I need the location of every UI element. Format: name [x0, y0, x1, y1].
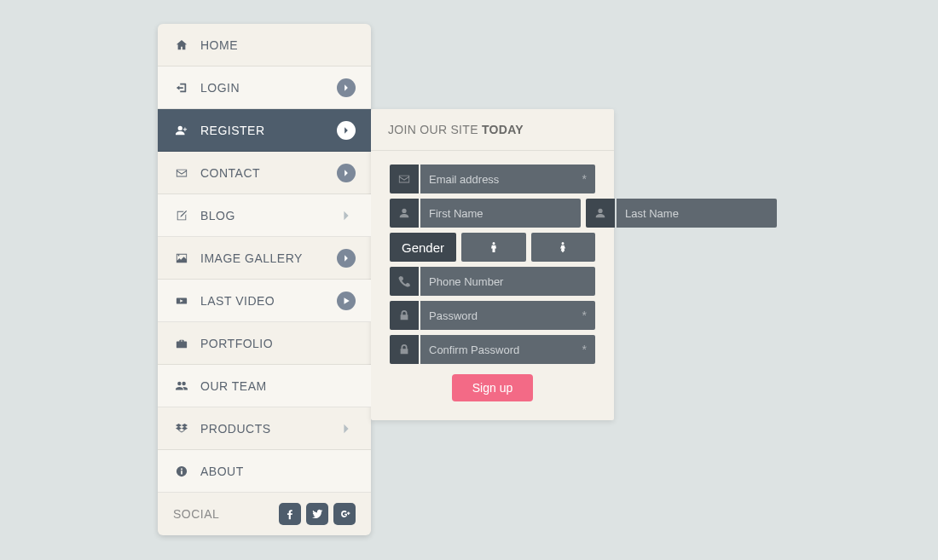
sidebar-item-label: BLOG	[200, 209, 337, 222]
chevron-right-icon	[337, 206, 356, 225]
sidebar-item-register[interactable]: REGISTER	[158, 109, 371, 152]
sidebar-item-blog[interactable]: BLOG	[158, 194, 371, 237]
user-icon	[390, 199, 419, 228]
edit-icon	[173, 210, 190, 222]
chevron-right-icon	[337, 164, 356, 182]
mail-icon	[173, 167, 190, 179]
sidebar-social: SOCIAL	[158, 493, 371, 535]
users-icon	[173, 380, 190, 392]
user-icon	[586, 199, 615, 228]
sidebar-item-label: LOGIN	[200, 81, 337, 95]
sidebar-item-label: REGISTER	[200, 124, 337, 137]
mail-icon	[390, 165, 419, 193]
sidebar-item-label: IMAGE GALLERY	[200, 251, 337, 265]
googleplus-icon[interactable]	[333, 503, 356, 525]
sidebar-item-label: CONTACT	[200, 166, 337, 180]
gender-female-button[interactable]	[531, 233, 595, 262]
play-icon	[337, 292, 356, 310]
sidebar: HOME LOGIN REGISTER CONTACT BLOG IMAGE G…	[158, 24, 371, 535]
register-panel: JOIN OUR SITE TODAY Gender	[371, 109, 614, 420]
password-field[interactable]	[420, 301, 595, 330]
register-form: Gender Sign up	[371, 151, 614, 420]
facebook-icon[interactable]	[279, 503, 301, 525]
sidebar-item-label: LAST VIDEO	[200, 294, 337, 308]
lock-icon	[390, 301, 419, 330]
phone-icon	[390, 267, 419, 296]
sidebar-item-label: ABOUT	[200, 465, 356, 478]
briefcase-icon	[173, 338, 190, 349]
chevron-right-icon	[337, 121, 356, 140]
sidebar-item-portfolio[interactable]: PORTFOLIO	[158, 322, 371, 365]
lock-icon	[390, 335, 419, 364]
sidebar-item-label: OUR TEAM	[200, 379, 356, 393]
user-add-icon	[173, 124, 190, 136]
panel-title: JOIN OUR SITE TODAY	[371, 109, 614, 151]
image-icon	[173, 252, 190, 264]
last-name-field[interactable]	[617, 199, 777, 228]
sidebar-item-login[interactable]: LOGIN	[158, 66, 371, 109]
sidebar-item-about[interactable]: ABOUT	[158, 450, 371, 493]
gender-label: Gender	[390, 233, 456, 262]
chevron-right-icon	[337, 78, 356, 97]
sidebar-item-team[interactable]: OUR TEAM	[158, 365, 371, 407]
chevron-right-icon	[337, 419, 356, 438]
dropbox-icon	[173, 423, 190, 435]
first-name-field[interactable]	[420, 199, 581, 228]
sidebar-item-label: HOME	[200, 38, 356, 52]
app-container: HOME LOGIN REGISTER CONTACT BLOG IMAGE G…	[158, 24, 614, 535]
sidebar-item-video[interactable]: LAST VIDEO	[158, 280, 371, 322]
panel-title-prefix: JOIN OUR SITE	[388, 123, 482, 136]
sidebar-item-gallery[interactable]: IMAGE GALLERY	[158, 237, 371, 280]
info-icon	[173, 465, 190, 477]
signup-button[interactable]: Sign up	[452, 374, 533, 401]
home-icon	[173, 39, 190, 51]
sidebar-item-home[interactable]: HOME	[158, 24, 371, 66]
email-field[interactable]	[420, 165, 595, 193]
panel-title-bold: TODAY	[482, 123, 524, 136]
sidebar-item-label: PORTFOLIO	[200, 337, 356, 350]
sidebar-item-products[interactable]: PRODUCTS	[158, 407, 371, 450]
sidebar-item-contact[interactable]: CONTACT	[158, 152, 371, 194]
confirm-password-field[interactable]	[420, 335, 595, 364]
sidebar-item-label: PRODUCTS	[200, 422, 337, 436]
video-icon	[173, 295, 190, 307]
signin-icon	[173, 82, 190, 94]
gender-male-button[interactable]	[461, 233, 525, 262]
phone-field[interactable]	[420, 267, 595, 296]
social-label: SOCIAL	[173, 507, 279, 521]
chevron-right-icon	[337, 249, 356, 268]
twitter-icon[interactable]	[306, 503, 328, 525]
